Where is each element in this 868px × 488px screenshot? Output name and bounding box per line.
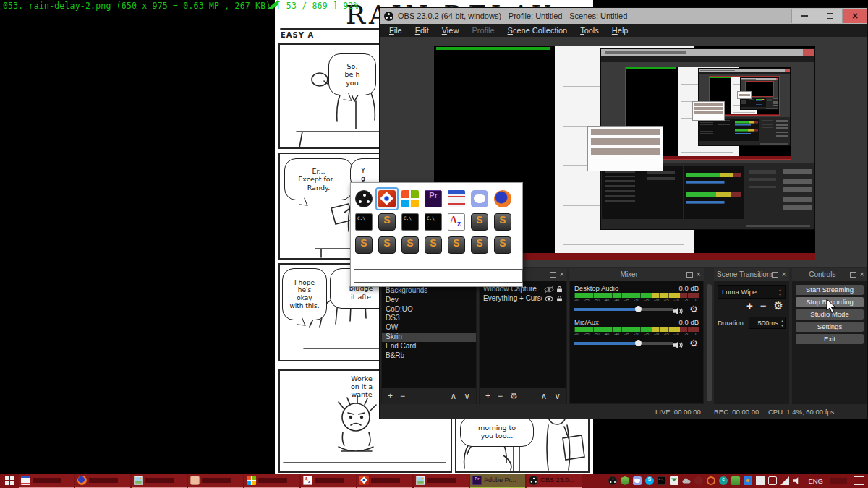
tray-whitesq-icon[interactable] xyxy=(756,476,765,485)
launcher-icon-sublime[interactable] xyxy=(493,235,513,255)
move-down-icon[interactable]: ∨ xyxy=(464,392,470,401)
scene-item[interactable]: Dev xyxy=(382,296,476,305)
scene-item[interactable]: B&Rb xyxy=(382,351,476,361)
visibility-eye-icon[interactable] xyxy=(544,296,554,302)
tray-folder-icon[interactable] xyxy=(731,476,740,485)
add-scene-icon[interactable]: + xyxy=(388,392,393,401)
menu-help[interactable]: Help xyxy=(605,24,635,37)
lock-icon[interactable] xyxy=(556,295,563,302)
add-source-icon[interactable]: + xyxy=(485,392,490,401)
tray-obs-icon[interactable] xyxy=(608,476,617,485)
duration-spinner[interactable]: 500ms ▴▾ xyxy=(749,317,786,329)
settings-button[interactable]: Settings xyxy=(796,322,864,332)
launcher-icon-sublime[interactable] xyxy=(377,212,397,232)
taskbar-button-obs[interactable]: OBS 23.0... xyxy=(527,474,582,488)
taskbar-button-floppy[interactable] xyxy=(19,474,74,488)
launcher-icon-windows[interactable] xyxy=(400,189,420,209)
taskbar-button-hand[interactable] xyxy=(188,474,243,488)
tray-volume-icon[interactable] xyxy=(793,476,801,485)
launcher-icon-sublime[interactable] xyxy=(354,235,374,255)
mixer-gear-icon[interactable]: ⚙ xyxy=(689,304,698,314)
scene-item[interactable]: Backgrounds xyxy=(382,286,476,296)
start-streaming-button[interactable]: Start Streaming xyxy=(796,285,864,295)
notification-center-icon[interactable] xyxy=(854,476,864,485)
scene-item[interactable]: End Card xyxy=(382,342,476,351)
tray-skype-icon[interactable] xyxy=(645,476,654,485)
move-down-icon[interactable]: ∨ xyxy=(554,392,561,401)
launcher-icon-irfanview[interactable] xyxy=(377,189,397,209)
tray-discord-icon[interactable] xyxy=(633,476,642,485)
transition-select[interactable]: Luma Wipe ▴▾ xyxy=(718,285,786,299)
launcher-icon-sublime[interactable] xyxy=(469,235,490,255)
launcher-icon-akelpad[interactable] xyxy=(446,212,467,232)
remove-scene-icon[interactable]: − xyxy=(400,392,405,401)
volume-slider[interactable] xyxy=(574,342,673,345)
close-dock-icon[interactable]: × xyxy=(697,270,701,278)
tray-reddot-icon[interactable] xyxy=(694,476,703,485)
taskbar-button-akelpad[interactable] xyxy=(301,474,356,488)
launcher-icon-cmd[interactable] xyxy=(400,212,420,232)
tray-eset-icon[interactable] xyxy=(719,476,728,485)
launcher-icon-sublime[interactable] xyxy=(377,235,397,255)
move-up-icon[interactable]: ∧ xyxy=(540,392,547,401)
maximize-button[interactable] xyxy=(817,9,842,23)
launcher-icon-firefox[interactable] xyxy=(493,189,513,209)
remove-source-icon[interactable]: − xyxy=(498,392,503,401)
volume-slider[interactable] xyxy=(574,308,673,311)
mixer-gear-icon[interactable]: ⚙ xyxy=(689,338,698,348)
tray-photos-icon[interactable] xyxy=(744,476,752,485)
launcher-icon-sublime[interactable] xyxy=(446,235,467,255)
exit-button[interactable]: Exit xyxy=(796,334,864,344)
menu-profile[interactable]: Profile xyxy=(465,24,501,37)
speaker-icon[interactable] xyxy=(673,339,683,352)
volume-slider-handle[interactable] xyxy=(635,340,642,346)
scene-item[interactable]: DS3 xyxy=(382,314,476,323)
taskbar-button-irfanview[interactable] xyxy=(357,474,412,488)
launcher-icon-sublime[interactable] xyxy=(400,235,420,255)
lock-icon[interactable] xyxy=(556,286,563,293)
close-dock-icon[interactable]: × xyxy=(860,270,864,278)
scene-item[interactable]: Skrin xyxy=(382,333,476,342)
tray-wifi-icon[interactable] xyxy=(780,476,789,485)
source-properties-gear-icon[interactable]: ⚙ xyxy=(510,392,518,401)
mixer-scrollbar[interactable] xyxy=(707,284,712,401)
taskbar-button-windows[interactable] xyxy=(244,474,299,488)
float-dock-icon[interactable] xyxy=(686,272,693,278)
taskbar-button-image[interactable] xyxy=(414,474,469,488)
launcher-icon-sublime[interactable] xyxy=(493,212,513,232)
tray-cmd-icon[interactable] xyxy=(658,476,666,485)
launcher-icon-sublime[interactable] xyxy=(423,235,443,255)
launcher-icon-premiere[interactable] xyxy=(423,189,443,209)
minimize-button[interactable] xyxy=(791,9,817,23)
taskbar-button-premiere[interactable]: Adobe Pr... xyxy=(470,474,525,488)
scene-item[interactable]: OW xyxy=(382,323,476,333)
launcher-icon-cmd[interactable] xyxy=(354,212,374,232)
taskbar-button-firefox[interactable] xyxy=(75,474,130,488)
source-item[interactable]: Everything + Cursor xyxy=(480,294,566,304)
tray-ring-icon[interactable] xyxy=(707,476,715,485)
launcher-icon-sublime[interactable] xyxy=(469,212,490,232)
language-indicator[interactable]: ENG xyxy=(808,477,823,485)
menu-view[interactable]: View xyxy=(435,24,466,37)
transition-properties-gear-icon[interactable]: ⚙ xyxy=(774,300,783,311)
volume-slider-handle[interactable] xyxy=(635,306,642,312)
start-button[interactable] xyxy=(0,474,19,488)
launcher-search-input[interactable] xyxy=(354,269,523,283)
tray-shield-icon[interactable] xyxy=(621,476,629,485)
float-dock-icon[interactable] xyxy=(850,272,856,278)
visibility-eye-off-icon[interactable] xyxy=(544,286,554,293)
close-dock-icon[interactable]: × xyxy=(560,270,564,278)
menu-scene-collection[interactable]: Scene Collection xyxy=(501,24,574,37)
menu-edit[interactable]: Edit xyxy=(409,24,435,37)
launcher-icon-discord[interactable] xyxy=(469,189,490,209)
float-dock-icon[interactable] xyxy=(772,272,778,278)
launcher-icon-obs[interactable] xyxy=(354,189,374,209)
add-transition-icon[interactable]: + xyxy=(746,300,753,311)
move-up-icon[interactable]: ∧ xyxy=(450,392,456,401)
launcher-icon-floppy[interactable] xyxy=(446,189,467,209)
remove-transition-icon[interactable]: − xyxy=(760,300,767,311)
close-dock-icon[interactable]: × xyxy=(782,270,786,278)
scene-item[interactable]: CoD:UO xyxy=(382,305,476,314)
taskbar-button-image[interactable] xyxy=(132,474,187,488)
spinner-arrows-icon[interactable]: ▴▾ xyxy=(781,319,783,328)
